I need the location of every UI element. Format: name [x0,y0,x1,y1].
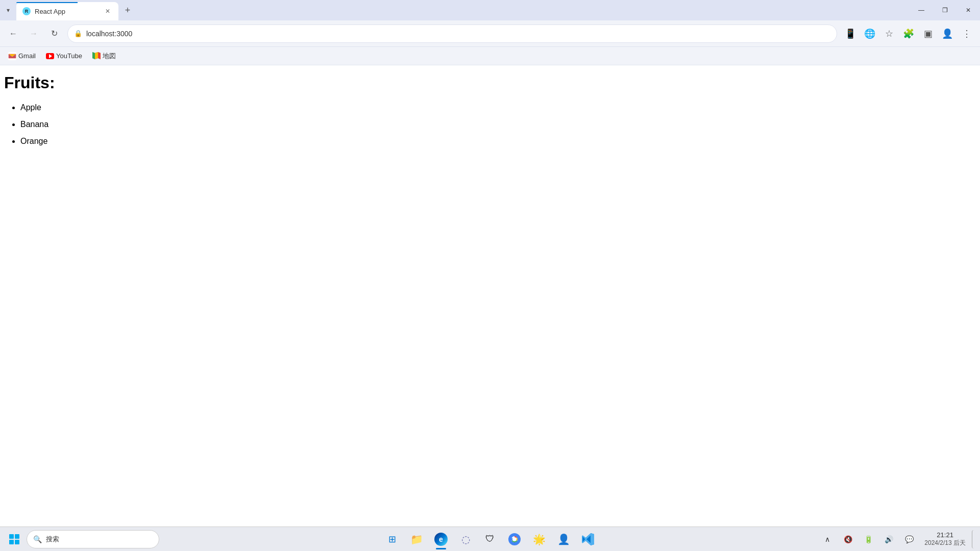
address-bar[interactable]: 🔒 localhost:3000 [67,24,837,43]
chevron-up-icon: ∧ [825,535,830,543]
network-icon: 🔊 [885,535,893,543]
refresh-button[interactable]: ↻ [45,24,63,43]
taskbar-search[interactable]: 🔍 搜索 [27,530,159,548]
taskbar-app6-button[interactable]: 🌟 [528,528,550,550]
extensions-button[interactable]: 🧩 [899,24,918,43]
forward-button[interactable]: → [24,24,43,43]
screen-capture-button[interactable]: 📱 [841,24,860,43]
chevron-down-icon: ▾ [7,7,10,14]
taskbar: 🔍 搜索 ⊞ 📁 e ◌ 🛡 [0,527,980,551]
gmail-favicon [8,52,16,60]
list-item: Orange [20,134,976,149]
defender-icon: 🛡 [485,534,495,544]
gmail-label: Gmail [18,52,36,60]
file-explorer-icon: 📁 [410,533,423,545]
title-bar: ▾ R React App ✕ + — ❐ ✕ [0,0,980,20]
taskbar-file-explorer-button[interactable]: 📁 [405,528,428,550]
nav-actions: 📱 🌐 ☆ 🧩 ▣ 👤 ⋮ [841,24,976,43]
battery-icon: 🔋 [864,535,873,543]
close-button[interactable]: ✕ [957,0,980,20]
tab-dropdown-button[interactable]: ▾ [0,0,16,20]
bookmark-youtube[interactable]: YouTube [42,50,86,62]
bookmark-gmail[interactable]: Gmail [4,50,40,62]
maximize-button[interactable]: ❐ [933,0,957,20]
taskbar-task-view-button[interactable]: ⊞ [381,528,403,550]
avatar-icon: 👤 [557,533,570,545]
tray-overflow-button[interactable]: ∧ [818,530,837,548]
react-favicon: R [22,7,31,15]
sidebar-button[interactable]: ▣ [919,24,937,43]
search-icon: 🔍 [33,535,42,543]
list-item: Banana [20,117,976,132]
system-tray: ∧ 🔇 🔋 🔊 💬 [818,530,918,548]
edge-icon: e [434,533,448,546]
fruit-banana: Banana [20,120,48,129]
profile-button[interactable]: 👤 [938,24,957,43]
svg-marker-3 [95,52,98,59]
bookmark-maps[interactable]: 地図 [88,49,120,63]
url-text: localhost:3000 [86,30,830,38]
mute-icon: 🔇 [844,535,852,543]
list-item: Apple [20,101,976,115]
fruit-apple: Apple [20,103,41,112]
taskbar-chrome-button[interactable] [503,528,526,550]
tray-notification-button[interactable]: 💬 [900,530,918,548]
clock-display[interactable]: 21:21 2024/2/13 后天 [920,531,970,547]
fruit-orange: Orange [20,137,47,145]
windows-icon [9,534,19,544]
taskbar-edge-button[interactable]: e [430,528,452,550]
bookmarks-bar: Gmail YouTube 地図 [0,47,980,65]
search-placeholder-text: 搜索 [46,535,59,544]
maps-favicon [92,52,101,60]
tab-strip: R React App ✕ [16,0,118,20]
minimize-button[interactable]: — [910,0,933,20]
taskbar-center: ⊞ 📁 e ◌ 🛡 [381,528,599,550]
youtube-label: YouTube [56,52,82,60]
svg-marker-2 [92,52,95,59]
show-desktop-button[interactable] [972,530,976,548]
taskbar-defender-button[interactable]: 🛡 [479,528,501,550]
page-content: Fruits: Apple Banana Orange [0,65,980,527]
youtube-play-icon [49,54,52,58]
youtube-favicon [46,52,54,60]
window-controls: — ❐ ✕ [910,0,980,20]
notification-icon: 💬 [905,535,914,543]
navigation-bar: ← → ↻ 🔒 localhost:3000 📱 🌐 ☆ 🧩 ▣ 👤 ⋮ [0,20,980,47]
active-tab[interactable]: R React App ✕ [16,2,118,20]
fruits-heading: Fruits: [4,73,976,92]
translate-button[interactable]: 🌐 [861,24,879,43]
title-bar-left: ▾ R React App ✕ + [0,0,910,20]
fruits-list: Apple Banana Orange [4,101,976,148]
vscode-icon [582,533,594,545]
back-button[interactable]: ← [4,24,22,43]
svg-marker-4 [98,52,101,59]
clock-time: 21:21 [937,531,953,539]
tray-network-button[interactable]: 🔊 [879,530,898,548]
tray-mute-button[interactable]: 🔇 [839,530,857,548]
tab-loading-bar [16,2,118,3]
favorites-button[interactable]: ☆ [880,24,898,43]
start-button[interactable] [4,529,24,549]
new-tab-button[interactable]: + [120,3,135,17]
tab-close-button[interactable]: ✕ [103,7,112,16]
tray-battery-button[interactable]: 🔋 [859,530,877,548]
taskbar-right: ∧ 🔇 🔋 🔊 💬 21:21 2024/2/13 后天 [818,530,976,548]
maps-label: 地図 [103,52,116,61]
browser-window: ▾ R React App ✕ + — ❐ ✕ ← → ↻ [0,0,980,551]
chrome-icon [508,533,521,545]
task-view-icon: ⊞ [388,534,396,545]
taskbar-left: 🔍 搜索 [4,529,159,549]
clock-date: 2024/2/13 后天 [924,539,966,547]
svg-point-7 [512,537,517,541]
menu-button[interactable]: ⋮ [958,24,976,43]
youtube-icon [46,53,54,59]
taskbar-cortana-button[interactable]: ◌ [454,528,477,550]
taskbar-vscode-button[interactable] [577,528,599,550]
cortana-icon: ◌ [461,533,470,545]
lock-icon: 🔒 [74,30,82,37]
taskbar-avatar-button[interactable]: 👤 [552,528,575,550]
tab-title: React App [35,8,99,15]
app6-icon: 🌟 [533,533,546,545]
